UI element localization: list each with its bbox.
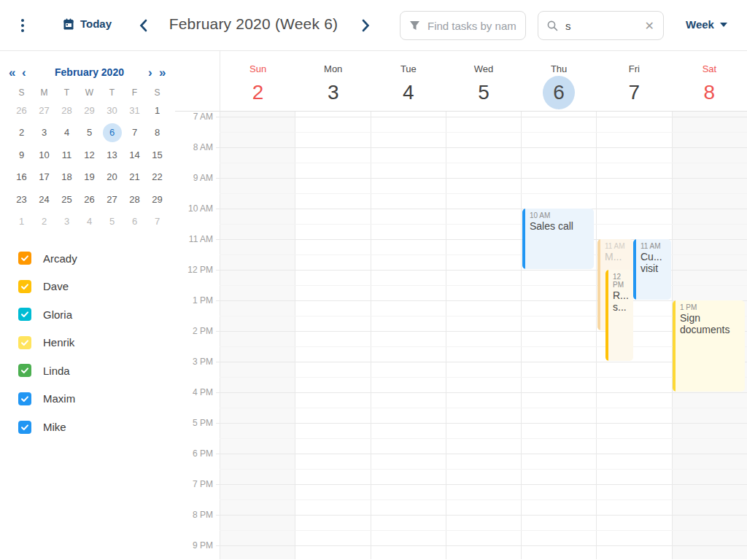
day-header-tue[interactable]: Tue 4 (371, 51, 446, 111)
day-column-mon[interactable] (295, 112, 370, 559)
half-hour-line (220, 469, 747, 470)
day-header-fri[interactable]: Fri 7 (597, 51, 672, 111)
mini-date-selected-number: 6 (103, 123, 122, 142)
mini-date[interactable]: 15 (146, 144, 169, 166)
mini-date[interactable]: 29 (78, 99, 101, 122)
person-row-mike[interactable]: Mike (18, 421, 77, 434)
half-hour-line (220, 530, 747, 531)
event-customer-visit[interactable]: 11 AM Cu... visit (633, 239, 671, 300)
person-row-gloria[interactable]: Gloria (18, 308, 77, 321)
week-view: Sun 2 Mon 3 Tue 4 Wed 5 Thu 6 Fri 7 (175, 51, 747, 560)
mini-date-selected[interactable]: 6 (101, 122, 123, 144)
mini-date[interactable]: 10 (33, 144, 55, 166)
mini-date[interactable]: 4 (55, 122, 78, 144)
mini-date[interactable]: 26 (78, 188, 101, 211)
mini-next-year-icon[interactable]: » (159, 66, 166, 80)
person-name: Dave (43, 280, 69, 292)
day-column-thu[interactable] (521, 112, 596, 559)
event-color-bar (605, 270, 608, 361)
hour-label: 5 PM (175, 418, 213, 428)
filter-tasks-input[interactable] (427, 20, 516, 32)
today-button-label: Today (80, 18, 112, 30)
page-title: February 2020 (Week 6) (153, 15, 354, 33)
mini-date[interactable]: 22 (146, 166, 169, 189)
mini-date[interactable]: 7 (146, 211, 169, 233)
checkbox-checked-icon (18, 421, 31, 434)
mini-date[interactable]: 30 (101, 99, 123, 122)
mini-date[interactable]: 23 (10, 188, 33, 211)
day-column-wed[interactable] (446, 112, 521, 559)
mini-date[interactable]: 3 (55, 211, 78, 233)
mini-date[interactable]: 4 (78, 211, 101, 233)
mini-date[interactable]: 11 (55, 144, 78, 166)
search-input[interactable] (565, 20, 640, 32)
mini-date[interactable]: 26 (10, 99, 33, 122)
day-header-wed[interactable]: Wed 5 (446, 51, 521, 111)
person-row-henrik[interactable]: Henrik (18, 336, 77, 349)
mini-date[interactable]: 20 (101, 166, 123, 189)
mini-calendar-title[interactable]: February 2020 (36, 66, 142, 78)
mini-date[interactable]: 6 (123, 211, 146, 233)
previous-week-button[interactable] (135, 18, 151, 34)
person-row-linda[interactable]: Linda (18, 364, 77, 377)
hour-label: 2 PM (175, 326, 213, 336)
mini-date[interactable]: 28 (123, 188, 146, 211)
mini-next-month-icon[interactable]: › (148, 66, 152, 80)
person-row-maxim[interactable]: Maxim (18, 392, 77, 405)
mini-date[interactable]: 8 (146, 122, 169, 144)
person-row-dave[interactable]: Dave (18, 280, 77, 293)
mini-date[interactable]: 12 (78, 144, 101, 166)
day-name: Sun (220, 63, 295, 74)
half-hour-line (220, 224, 747, 225)
mini-date[interactable]: 25 (55, 188, 78, 211)
mini-date[interactable]: 24 (33, 188, 55, 211)
mini-date[interactable]: 28 (55, 99, 78, 122)
event-r-s[interactable]: 12 PM R... s... (605, 270, 633, 361)
mini-date[interactable]: 27 (33, 99, 55, 122)
checkbox-checked-icon (18, 308, 31, 321)
person-row-arcady[interactable]: Arcady (18, 252, 77, 265)
hour-line (216, 545, 747, 546)
day-column-tue[interactable] (371, 112, 446, 559)
clear-search-icon[interactable]: ✕ (640, 19, 654, 33)
mini-date[interactable]: 17 (33, 166, 55, 189)
menu-kebab-icon[interactable] (21, 19, 24, 32)
mini-date[interactable]: 2 (10, 122, 33, 144)
mini-date[interactable]: 5 (101, 211, 123, 233)
mini-prev-year-icon[interactable]: « (9, 66, 15, 80)
mini-date[interactable]: 31 (123, 99, 146, 122)
mini-date[interactable]: 2 (33, 211, 55, 233)
day-header-thu-today[interactable]: Thu 6 (522, 51, 597, 111)
mini-calendar-dates: 26 27 28 29 30 31 1 2 3 4 5 6 7 8 9 10 1… (10, 99, 169, 233)
mini-date[interactable]: 1 (146, 99, 169, 122)
hour-line (216, 178, 747, 179)
day-columns (220, 112, 747, 559)
mini-date[interactable]: 7 (123, 122, 146, 144)
hour-line (216, 331, 747, 332)
view-mode-dropdown[interactable]: Week (686, 18, 727, 31)
day-column-sun[interactable] (220, 112, 295, 559)
mini-date[interactable]: 9 (10, 144, 33, 166)
mini-calendar-header: « ‹ February 2020 › » (0, 66, 175, 80)
event-sign-documents[interactable]: 1 PM Sign documents (673, 300, 745, 392)
person-name: Linda (43, 365, 70, 377)
mini-date[interactable]: 13 (101, 144, 123, 166)
mini-date[interactable]: 5 (78, 122, 101, 144)
next-week-button[interactable] (357, 18, 374, 34)
today-button[interactable]: Today (63, 18, 112, 30)
mini-date[interactable]: 18 (55, 166, 78, 189)
day-header-mon[interactable]: Mon 3 (295, 51, 371, 111)
mini-date[interactable]: 1 (10, 211, 33, 233)
mini-date[interactable]: 29 (146, 188, 169, 211)
day-header-sat[interactable]: Sat 8 (672, 51, 747, 111)
mini-date[interactable]: 16 (10, 166, 33, 189)
mini-date[interactable]: 27 (101, 188, 123, 211)
day-header-sun[interactable]: Sun 2 (220, 51, 295, 111)
mini-prev-month-icon[interactable]: ‹ (22, 66, 26, 80)
mini-date[interactable]: 3 (33, 122, 55, 144)
mini-date[interactable]: 14 (123, 144, 146, 166)
hour-label: 8 PM (175, 510, 213, 520)
mini-date[interactable]: 21 (123, 166, 146, 189)
event-sales-call[interactable]: 10 AM Sales call (522, 209, 594, 269)
mini-date[interactable]: 19 (78, 166, 101, 189)
